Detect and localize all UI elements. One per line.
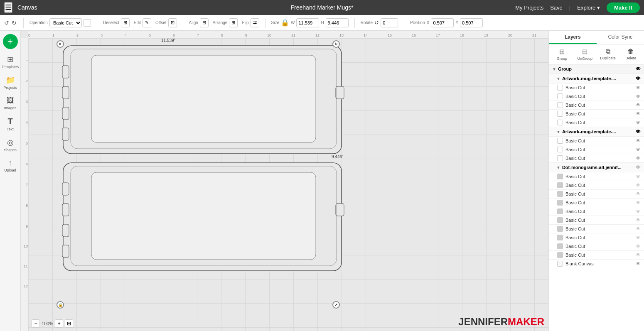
handle-br[interactable]: ↗	[332, 301, 340, 309]
operation-label: Operation	[29, 20, 48, 25]
layer-item[interactable]: Basic Cut 👁	[549, 154, 644, 163]
blank-canvas-item[interactable]: Blank Canvas 👁	[549, 260, 644, 268]
sidebar-item-text[interactable]: T Text	[1, 114, 20, 134]
ungroup-action[interactable]: ⊟ UnGroup	[573, 46, 596, 62]
offset-button[interactable]: ⊡	[168, 18, 177, 27]
eye-hidden-icon[interactable]: 👁	[636, 182, 641, 188]
canvas-content[interactable]: 11.539" 9.446" ✕ ↻ 🔒 ↗	[28, 38, 548, 331]
width-input[interactable]	[296, 18, 319, 27]
subgroup-3-eye[interactable]: 👁	[636, 164, 641, 170]
eye-icon[interactable]: 👁	[636, 155, 641, 161]
tab-layers[interactable]: Layers	[549, 31, 597, 44]
delete-icon: 🗑	[627, 48, 634, 55]
duplicate-action[interactable]: ⧉ Duplicate	[597, 46, 619, 62]
flip-button[interactable]: ⇄	[251, 18, 259, 27]
handle-tl[interactable]: ✕	[57, 40, 64, 48]
layer-item[interactable]: Basic Cut 👁	[549, 216, 644, 225]
sidebar-item-templates[interactable]: ⊞ Templates	[1, 52, 20, 71]
layer-item[interactable]: Basic Cut 👁	[549, 83, 644, 92]
x-label: X	[427, 20, 430, 25]
eye-hidden-icon[interactable]: 👁	[636, 174, 641, 179]
delete-action[interactable]: 🗑 Delete	[619, 46, 642, 62]
layer-item[interactable]: Basic Cut 👁	[549, 118, 644, 127]
eye-hidden-icon[interactable]: 👁	[636, 252, 641, 258]
eye-hidden-icon[interactable]: 👁	[636, 208, 641, 214]
eye-icon[interactable]: 👁	[636, 138, 641, 144]
eye-hidden-icon[interactable]: 👁	[636, 235, 641, 240]
arrange-button[interactable]: ⊞	[229, 18, 238, 27]
subgroup-3-header[interactable]: ▼ Dot-monograms-all-jennif... 👁	[549, 163, 644, 172]
eye-hidden-icon[interactable]: 👁	[636, 200, 641, 206]
redo-button[interactable]: ↻	[11, 19, 17, 27]
tab-color-sync[interactable]: Color Sync	[597, 31, 644, 44]
layer-item[interactable]: Basic Cut 👁	[549, 172, 644, 181]
separator-4	[265, 18, 265, 28]
eye-hidden-icon[interactable]: 👁	[636, 226, 641, 232]
sidebar-item-shapes[interactable]: ◎ Shapes	[1, 135, 20, 154]
lock-icon[interactable]: 🔒	[281, 19, 289, 27]
svg-rect-1	[62, 66, 69, 78]
eye-hidden-icon[interactable]: 👁	[636, 191, 641, 197]
layer-item[interactable]: Basic Cut 👁	[549, 145, 644, 154]
eye-icon[interactable]: 👁	[636, 102, 641, 108]
layer-name: Basic Cut	[565, 253, 633, 257]
subgroup-1-eye[interactable]: 👁	[636, 76, 641, 81]
subgroup-2-header[interactable]: ▼ Artwork-mug-template-... 👁	[549, 127, 644, 137]
explore-button[interactable]: Explore ▾	[577, 5, 600, 11]
eye-icon[interactable]: 👁	[636, 93, 641, 99]
svg-rect-4	[62, 128, 69, 140]
layer-item[interactable]: Basic Cut 👁	[549, 242, 644, 251]
height-input[interactable]	[326, 18, 349, 27]
edit-button[interactable]: ✎	[143, 18, 151, 27]
handle-bl[interactable]: 🔒	[57, 301, 64, 309]
eye-icon[interactable]: 👁	[636, 261, 641, 267]
layer-item[interactable]: Basic Cut 👁	[549, 92, 644, 101]
group-eye-icon[interactable]: 👁	[636, 66, 641, 72]
rotate-input[interactable]	[381, 18, 398, 27]
zoom-in-button[interactable]: +	[55, 319, 63, 328]
fit-button[interactable]: ⊞	[65, 319, 73, 328]
group-action[interactable]: ⊞ Group	[551, 46, 573, 62]
layer-item[interactable]: Basic Cut 👁	[549, 137, 644, 145]
layer-item[interactable]: Basic Cut 👁	[549, 233, 644, 242]
eye-icon[interactable]: 👁	[636, 147, 641, 152]
handle-tr[interactable]: ↻	[332, 40, 340, 48]
zoom-out-button[interactable]: −	[32, 319, 40, 328]
eye-icon[interactable]: 👁	[636, 111, 641, 117]
sidebar-item-upload[interactable]: ↑ Upload	[1, 156, 20, 175]
group-header[interactable]: ▼ Group 👁	[549, 64, 644, 74]
eye-hidden-icon[interactable]: 👁	[636, 217, 641, 223]
layer-item[interactable]: Basic Cut 👁	[549, 251, 644, 260]
layer-item[interactable]: Basic Cut 👁	[549, 190, 644, 199]
layer-item[interactable]: Basic Cut 👁	[549, 225, 644, 233]
layer-color-swatch	[557, 208, 563, 214]
deselect-button[interactable]: ⊞	[121, 18, 130, 27]
layer-item[interactable]: Basic Cut 👁	[549, 181, 644, 190]
layer-item[interactable]: Basic Cut 👁	[549, 101, 644, 110]
y-input[interactable]	[460, 18, 483, 27]
sidebar-label-templates: Templates	[2, 65, 19, 69]
x-input[interactable]	[431, 18, 454, 27]
save-button[interactable]: Save	[550, 5, 563, 11]
canvas-area[interactable]: 0 1 2 3 4 5 6 7 8 9 10 11 12 13 14 15 16…	[21, 31, 548, 331]
layer-name: Basic Cut	[565, 111, 633, 116]
sidebar-item-images[interactable]: 🖼 Images	[1, 94, 20, 113]
operation-select[interactable]: Basic Cut	[49, 18, 82, 27]
align-button[interactable]: ⊟	[200, 18, 209, 27]
undo-button[interactable]: ↺	[3, 19, 10, 27]
layer-item[interactable]: Basic Cut 👁	[549, 207, 644, 216]
eye-icon[interactable]: 👁	[636, 120, 641, 125]
sidebar-item-projects[interactable]: 📁 Projects	[1, 73, 20, 92]
eye-hidden-icon[interactable]: 👁	[636, 243, 641, 249]
new-button[interactable]: +	[3, 34, 18, 49]
w-label: W	[291, 20, 295, 25]
layer-item[interactable]: Basic Cut 👁	[549, 199, 644, 207]
my-projects-button[interactable]: My Projects	[515, 5, 543, 11]
eye-icon[interactable]: 👁	[636, 85, 641, 91]
mug-template-1	[62, 45, 345, 157]
subgroup-1-header[interactable]: ▼ Artwork-mug-template-... 👁	[549, 74, 644, 83]
make-it-button[interactable]: Make It	[607, 2, 640, 13]
subgroup-2-eye[interactable]: 👁	[636, 129, 641, 135]
menu-button[interactable]: ☰	[4, 2, 12, 13]
layer-item[interactable]: Basic Cut 👁	[549, 110, 644, 118]
